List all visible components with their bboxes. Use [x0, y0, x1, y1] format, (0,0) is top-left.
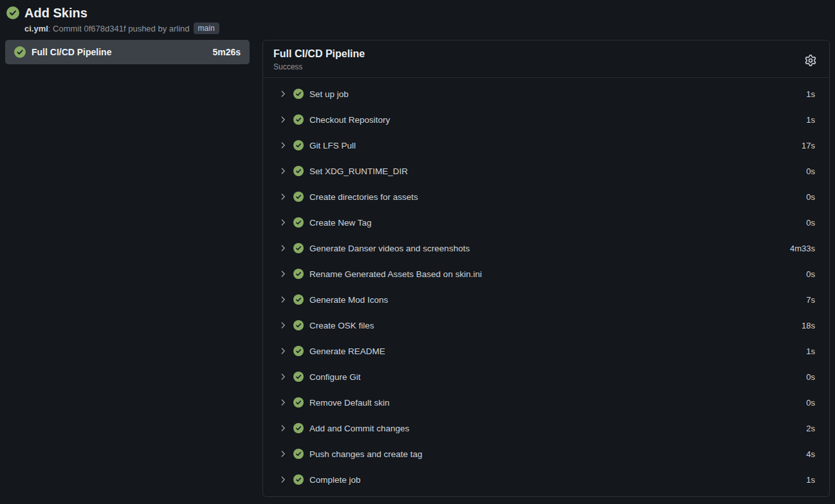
step-name: Configure Git [309, 372, 806, 382]
step-duration: 1s [806, 475, 815, 485]
chevron-right-icon [279, 218, 288, 227]
step-name: Set up job [309, 89, 806, 99]
step-success-check-circle-icon [293, 397, 304, 408]
step-success-check-circle-icon [293, 269, 304, 279]
job-success-check-circle-icon [14, 46, 26, 58]
branch-badge[interactable]: main [194, 22, 219, 34]
chevron-right-icon [279, 449, 288, 458]
run-subtitle: ci.yml: Commit 0f678d341f pushed by arli… [24, 22, 219, 34]
chevron-right-icon [279, 166, 288, 176]
step-success-check-circle-icon [293, 372, 304, 382]
step-name: Git LFS Pull [309, 141, 802, 150]
step-row[interactable]: Create directories for assets 0s [263, 184, 829, 210]
step-duration: 0s [806, 372, 815, 382]
chevron-right-icon [279, 269, 288, 278]
commit-sha-link[interactable]: 0f678d341f [84, 24, 125, 33]
step-success-check-circle-icon [293, 346, 304, 356]
step-row[interactable]: Create OSK files 18s [263, 312, 829, 338]
subtitle-separator: : Commit [48, 24, 84, 33]
jobs-sidebar: Full CI/CD Pipeline 5m26s [5, 40, 250, 64]
job-detail-panel: Full CI/CD Pipeline Success Set up job 1… [262, 40, 830, 497]
job-card-duration: 5m26s [212, 47, 241, 57]
step-success-check-circle-icon [293, 140, 304, 150]
step-name: Rename Generated Assets Based on skin.in… [309, 269, 806, 279]
chevron-right-icon [279, 398, 288, 407]
chevron-right-icon [279, 424, 288, 433]
run-header: Add Skins ci.yml: Commit 0f678d341f push… [0, 0, 835, 34]
step-success-check-circle-icon [293, 89, 304, 99]
sidebar-job-full-ci-cd-pipeline[interactable]: Full CI/CD Pipeline 5m26s [5, 40, 250, 64]
step-success-check-circle-icon [293, 423, 304, 433]
chevron-right-icon [279, 321, 288, 330]
step-name: Remove Default skin [309, 398, 806, 408]
job-panel-title: Full CI/CD Pipeline [273, 48, 819, 60]
step-duration: 0s [806, 192, 815, 202]
step-row[interactable]: Generate Mod Icons 7s [263, 287, 829, 312]
step-name: Checkout Repository [309, 115, 806, 125]
steps-list: Set up job 1s Checkout Repository 1s Git… [263, 78, 829, 496]
chevron-right-icon [279, 295, 288, 304]
step-name: Generate Mod Icons [309, 295, 806, 305]
chevron-right-icon [279, 372, 288, 381]
step-success-check-circle-icon [293, 114, 304, 125]
step-row[interactable]: Generate README 1s [263, 338, 829, 364]
step-row[interactable]: Git LFS Pull 17s [263, 132, 829, 158]
chevron-right-icon [279, 346, 288, 356]
job-card-name: Full CI/CD Pipeline [32, 47, 206, 57]
step-row[interactable]: Checkout Repository 1s [263, 107, 829, 132]
step-success-check-circle-icon [293, 243, 304, 253]
step-name: Generate Danser videos and screenshots [309, 244, 790, 253]
step-name: Push changes and create tag [309, 449, 806, 459]
job-status-text: Success [273, 62, 819, 71]
run-content: Full CI/CD Pipeline 5m26s Full CI/CD Pip… [0, 34, 835, 497]
pushed-by-text: pushed by [126, 24, 169, 33]
step-name: Add and Commit changes [309, 424, 806, 433]
step-row[interactable]: Configure Git 0s [263, 364, 829, 390]
step-success-check-circle-icon [293, 217, 304, 228]
step-row[interactable]: Set XDG_RUNTIME_DIR 0s [263, 158, 829, 184]
step-success-check-circle-icon [293, 294, 304, 305]
step-name: Create New Tag [309, 218, 806, 228]
step-duration: 4m33s [790, 244, 815, 253]
step-name: Generate README [309, 346, 806, 356]
step-duration: 0s [806, 218, 815, 228]
gear-icon [805, 55, 816, 66]
step-name: Set XDG_RUNTIME_DIR [309, 166, 806, 176]
step-duration: 7s [806, 295, 815, 305]
commit-author-link[interactable]: arlind [169, 24, 190, 33]
step-duration: 17s [802, 141, 815, 150]
chevron-right-icon [279, 244, 288, 253]
step-success-check-circle-icon [293, 449, 304, 459]
run-success-check-circle-icon [6, 6, 19, 19]
step-duration: 0s [806, 166, 815, 176]
chevron-right-icon [279, 475, 288, 484]
chevron-right-icon [279, 89, 288, 98]
step-duration: 1s [806, 115, 815, 125]
step-success-check-circle-icon [293, 166, 304, 176]
run-header-text: Add Skins ci.yml: Commit 0f678d341f push… [24, 4, 219, 34]
step-duration: 2s [806, 424, 815, 433]
step-success-check-circle-icon [293, 474, 304, 485]
step-duration: 18s [802, 321, 815, 330]
chevron-right-icon [279, 115, 288, 124]
run-title: Add Skins [24, 4, 219, 21]
step-name: Create OSK files [309, 321, 802, 330]
step-row[interactable]: Rename Generated Assets Based on skin.in… [263, 261, 829, 287]
step-duration: 0s [806, 398, 815, 408]
step-row[interactable]: Add and Commit changes 2s [263, 415, 829, 441]
step-row[interactable]: Create New Tag 0s [263, 210, 829, 235]
step-duration: 1s [806, 89, 815, 99]
step-duration: 0s [806, 269, 815, 279]
step-row[interactable]: Generate Danser videos and screenshots 4… [263, 235, 829, 261]
step-duration: 1s [806, 346, 815, 356]
job-settings-button[interactable] [802, 52, 819, 69]
step-success-check-circle-icon [293, 192, 304, 202]
step-row[interactable]: Set up job 1s [263, 81, 829, 107]
step-name: Complete job [309, 475, 806, 485]
step-row[interactable]: Complete job 1s [263, 467, 829, 492]
chevron-right-icon [279, 192, 288, 201]
step-row[interactable]: Push changes and create tag 4s [263, 441, 829, 467]
chevron-right-icon [279, 141, 288, 150]
step-row[interactable]: Remove Default skin 0s [263, 390, 829, 415]
workflow-file-label: ci.yml [24, 24, 48, 33]
